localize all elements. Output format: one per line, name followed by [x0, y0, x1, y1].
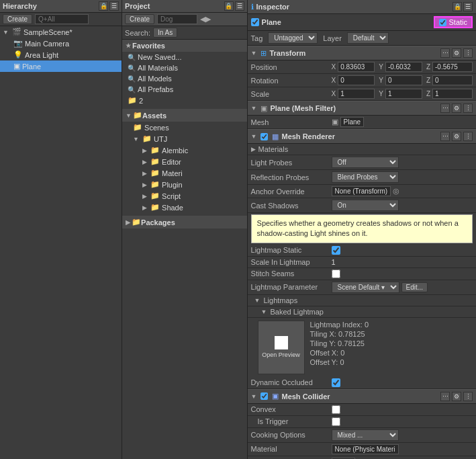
mesh-renderer-section-header[interactable]: ▼ ▦ Mesh Renderer ⋯ ⚙ ⋮ — [248, 129, 476, 144]
pos-x-input[interactable] — [338, 62, 375, 72]
project-search-input[interactable] — [157, 14, 197, 24]
mesh-renderer-tool1[interactable]: ⋯ — [440, 132, 450, 141]
transform-expand-icon: ▼ — [251, 50, 257, 56]
light-probes-dropdown[interactable]: Off — [332, 157, 399, 168]
asset-item-plugin[interactable]: ▶ 📁 Plugin — [122, 179, 247, 190]
scale-in-lightmap-label: Scale In Lightmap — [251, 258, 332, 266]
asset-item-alembic[interactable]: ▶ 📁 Alembic — [122, 144, 247, 156]
hierarchy-item-samplescene[interactable]: ▼ 🎬 SampleScene* — [0, 26, 122, 38]
convex-checkbox[interactable] — [332, 405, 340, 414]
project-lock-icon[interactable]: 🔒 — [224, 1, 234, 11]
hierarchy-create-button[interactable]: Create — [3, 14, 32, 24]
dynamic-occluded-checkbox[interactable] — [332, 378, 340, 387]
fav-item-allprefabs[interactable]: 🔍 All Prefabs — [122, 84, 247, 95]
rot-y-input[interactable] — [385, 75, 422, 85]
pos-y-input[interactable] — [385, 62, 422, 72]
materials-row: ▶ Materials — [248, 144, 476, 155]
pos-z-input[interactable] — [432, 62, 473, 72]
mesh-filter-tool3[interactable]: ⋮ — [463, 103, 473, 113]
layer-dropdown[interactable]: Default — [347, 32, 389, 44]
mesh-renderer-active-checkbox[interactable] — [260, 133, 268, 140]
rot-z-input[interactable] — [432, 75, 473, 85]
cast-shadows-dropdown[interactable]: On — [332, 200, 399, 211]
scale-x-label: X — [332, 90, 336, 97]
inspector-lock-icon[interactable]: 🔒 — [453, 2, 462, 11]
rot-x-label: X — [332, 77, 336, 84]
fav-item-newsaved[interactable]: 🔍 New Saved... — [122, 52, 247, 62]
open-preview-label[interactable]: Open Preview — [262, 351, 300, 358]
anchor-pick-icon[interactable]: ◎ — [393, 187, 399, 196]
mesh-collider-tool2[interactable]: ⚙ — [452, 392, 461, 401]
is-trigger-checkbox[interactable] — [332, 417, 340, 426]
transform-tool1[interactable]: ⋯ — [440, 48, 450, 58]
cast-shadows-row: Cast Shadows On — [248, 198, 476, 213]
asset-item-shade[interactable]: ▶ 📁 Shade — [122, 202, 247, 213]
fav-item-2[interactable]: 📁 2 — [122, 95, 247, 106]
lightmap-static-checkbox[interactable] — [332, 246, 340, 255]
reflection-probes-row: Reflection Probes Blend Probes — [248, 170, 476, 185]
mesh-filter-tool2[interactable]: ⚙ — [452, 103, 461, 113]
assets-header: ▼ 📁 Assets — [122, 109, 247, 122]
object-name: Plane — [262, 18, 281, 26]
rot-y-group: Y — [379, 75, 422, 85]
scale-y-input[interactable] — [385, 89, 422, 99]
mesh-renderer-expand-icon: ▼ — [251, 133, 257, 140]
asset-item-editor[interactable]: ▶ 📁 Editor — [122, 156, 247, 167]
hierarchy-item-maincamera[interactable]: 📷 Main Camera — [0, 38, 122, 49]
lightmap-param-dropdown[interactable]: Scene Default ▾ — [332, 282, 399, 293]
hierarchy-item-arealight[interactable]: 💡 Area Light — [0, 49, 122, 60]
stitch-seams-checkbox[interactable] — [332, 269, 340, 278]
transform-tool3[interactable]: ⋮ — [463, 48, 473, 58]
tag-dropdown[interactable]: Untagged — [268, 32, 318, 44]
search-filter-button[interactable]: In As — [153, 28, 177, 38]
rot-z-group: Z — [426, 75, 473, 85]
transform-tool2[interactable]: ⚙ — [452, 48, 461, 58]
materials-label: Materials — [258, 145, 289, 153]
asset-item-script[interactable]: ▶ 📁 Script — [122, 190, 247, 202]
mesh-filter-mesh-value[interactable]: Plane — [340, 117, 365, 127]
mesh-filter-section-header[interactable]: ▼ ▣ Plane (Mesh Filter) ⋯ ⚙ ⋮ — [248, 101, 476, 116]
project-title: Project — [125, 2, 150, 10]
transform-section-header[interactable]: ▼ ⊞ Transform ⋯ ⚙ ⋮ — [248, 46, 476, 60]
hierarchy-menu-icon[interactable]: ☰ — [109, 1, 119, 11]
mesh-collider-section-header[interactable]: ▼ ▣ Mesh Collider ⋯ ⚙ ⋮ — [248, 389, 476, 404]
inspector-header-buttons: 🔒 ☰ — [453, 2, 473, 11]
static-button[interactable]: Static — [434, 16, 473, 28]
inspector-menu-icon[interactable]: ☰ — [463, 2, 473, 11]
asset-item-scenes[interactable]: 📁 Scenes — [122, 122, 247, 133]
asset-item-materi[interactable]: ▶ 📁 Materi — [122, 167, 247, 179]
mesh-collider-tool1[interactable]: ⋯ — [440, 392, 450, 401]
cooking-options-dropdown[interactable]: Mixed ... — [332, 429, 399, 441]
anchor-override-value[interactable]: None (Transform) — [332, 186, 391, 196]
project-menu-icon[interactable]: ☰ — [235, 1, 244, 11]
static-checkbox[interactable] — [439, 19, 446, 26]
mesh-filter-tool1[interactable]: ⋯ — [440, 103, 450, 113]
offset-y-label: Offset Y: 0 — [310, 358, 369, 366]
reflection-probes-dropdown[interactable]: Blend Probes — [332, 171, 399, 183]
mesh-renderer-tool3[interactable]: ⋮ — [463, 132, 473, 141]
lightmaps-row: ▼ Lightmaps — [248, 295, 476, 306]
fav-search-icon-3: 🔍 — [128, 86, 136, 93]
project-create-button[interactable]: Create — [125, 14, 154, 24]
scale-in-lightmap-value: 1 — [332, 258, 336, 266]
hierarchy-lock-icon[interactable]: 🔒 — [99, 1, 108, 11]
object-active-checkbox[interactable] — [251, 18, 259, 26]
editor-folder-icon: 📁 — [150, 157, 160, 166]
hierarchy-title: Hierarchy — [3, 2, 37, 10]
asset-item-utj[interactable]: ▼ 📁 UTJ — [122, 133, 247, 144]
scale-z-input[interactable] — [432, 89, 473, 99]
packages-expand-icon: ▶ — [126, 219, 130, 226]
mesh-renderer-tool2[interactable]: ⚙ — [452, 132, 461, 141]
mesh-filter-tools: ⋯ ⚙ ⋮ — [440, 103, 473, 113]
rot-x-input[interactable] — [338, 75, 375, 85]
fav-item-allmaterials[interactable]: 🔍 All Materials — [122, 62, 247, 73]
fav-item-allmodels[interactable]: 🔍 All Models — [122, 73, 247, 84]
hierarchy-item-plane[interactable]: ▣ Plane — [0, 60, 122, 72]
mesh-collider-tool3[interactable]: ⋮ — [463, 392, 473, 401]
collider-material-value[interactable]: None (Physic Materi — [332, 444, 399, 454]
scale-x-input[interactable] — [338, 89, 375, 99]
mesh-collider-active-checkbox[interactable] — [260, 392, 268, 400]
mesh-filter-icon: ▣ — [260, 104, 267, 113]
lightmap-param-edit-button[interactable]: Edit... — [401, 282, 428, 292]
hierarchy-search-input[interactable] — [35, 14, 89, 24]
